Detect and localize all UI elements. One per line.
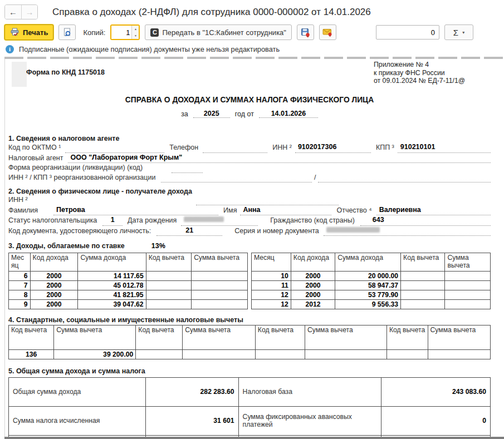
col-income-code: Код дохода bbox=[30, 253, 78, 271]
lastname-value: Петрова bbox=[53, 205, 218, 216]
col-deduction-code: Код вычета bbox=[136, 325, 183, 349]
forward-button[interactable]: → bbox=[21, 5, 37, 19]
col-deduction-code: Код вычета bbox=[146, 253, 192, 271]
kpp-value: 910210101 bbox=[398, 142, 491, 153]
reorg-kpp-field bbox=[318, 174, 491, 182]
print-button[interactable]: Печать bbox=[4, 24, 53, 40]
col-month: Месяц bbox=[9, 253, 31, 271]
col-deduction-sum: Сумма вычета bbox=[445, 253, 491, 271]
period-prefix: за bbox=[181, 110, 188, 118]
spin-up-button[interactable]: ▲ bbox=[132, 26, 139, 32]
empty-cell bbox=[192, 271, 248, 280]
birthdate-label: Дата рождения bbox=[128, 216, 177, 226]
redacted-birthdate bbox=[184, 216, 224, 222]
firstname-value: Анна bbox=[240, 205, 331, 216]
transfer-label: Передать в "1С:Кабинет сотрудника" bbox=[162, 28, 286, 37]
section2-doc-line: Код документа, удостоверяющего личность:… bbox=[8, 226, 491, 236]
transfer-button[interactable]: C Передать в "1С:Кабинет сотрудника" bbox=[145, 24, 292, 40]
tax-rate-value: 13% bbox=[151, 241, 165, 251]
print-form[interactable]: Форма по КНД 1175018 Приложение № 4 к пр… bbox=[4, 59, 504, 439]
empty-cell bbox=[192, 290, 248, 299]
code-cell: 2000 bbox=[291, 271, 335, 280]
reorg-inn-field bbox=[161, 174, 312, 182]
income-cell: 20 000.00 bbox=[335, 271, 401, 280]
date-value: 14.01.2026 bbox=[259, 110, 318, 118]
copies-spinner: ▲ ▼ bbox=[110, 24, 140, 40]
spin-down-button[interactable]: ▼ bbox=[132, 32, 139, 39]
code-cell: 2000 bbox=[30, 280, 78, 290]
section1-heading: 1. Сведения о налоговом агенте bbox=[8, 135, 491, 142]
section1-line3: Форма реорганизации (ликвидации) (код) bbox=[8, 163, 491, 173]
reorg-inn-label: ИНН ² / КПП ³ реорганизованной организац… bbox=[8, 173, 155, 183]
income-cell: 14 117.65 bbox=[78, 271, 146, 280]
appendix-line: Приложение № 4 bbox=[374, 61, 465, 69]
section2-inn-line: ИНН ² bbox=[8, 195, 491, 205]
doc-series-label: Серия и номер документа bbox=[234, 226, 319, 236]
reorg-label: Форма реорганизации (ликвидации) (код) bbox=[8, 163, 143, 173]
code-cell: 2000 bbox=[291, 280, 335, 290]
counter-input[interactable] bbox=[376, 25, 439, 40]
middlename-label: Отчество ⁴ bbox=[336, 206, 371, 216]
knd-label: Форма по КНД 1175018 bbox=[26, 68, 105, 76]
sigma-button[interactable]: Σ ▾ bbox=[444, 24, 473, 40]
col-deduction-sum: Сумма вычета bbox=[54, 325, 136, 349]
total-value: 282 283.60 bbox=[145, 377, 238, 406]
nav-group: ← → bbox=[4, 4, 38, 19]
col-deduction-sum: Сумма вычета bbox=[192, 253, 248, 271]
table-row: 12 2000 53 779.90 bbox=[252, 290, 491, 299]
table-row: Сумма налога исчисленная 31 601 Сумма фи… bbox=[9, 406, 491, 435]
month-cell: 12 bbox=[252, 290, 291, 299]
section2-status-line: Статус налогоплательщика 1 Дата рождения… bbox=[8, 215, 491, 226]
income-cell: 53 779.90 bbox=[335, 290, 401, 299]
income-cell: 39 047.62 bbox=[78, 299, 146, 309]
section1-line2: Налоговый агент ООО "Лаборатория Форт Кр… bbox=[8, 153, 491, 164]
send-signed-button[interactable] bbox=[319, 24, 336, 40]
section2-name-line: Фамилия Петрова Имя Анна Отчество ⁴ Вале… bbox=[8, 205, 491, 216]
back-button[interactable]: ← bbox=[5, 5, 21, 19]
code-cell: 2000 bbox=[30, 299, 78, 309]
preview-button[interactable] bbox=[58, 24, 76, 40]
appendix-note: Приложение № 4 к приказу ФНС России от 0… bbox=[374, 61, 465, 85]
empty-cell bbox=[146, 280, 192, 290]
total-label: Общая сумма дохода bbox=[9, 377, 146, 406]
table-row: 9 2000 39 047.62 bbox=[9, 299, 248, 309]
col-deduction-sum: Сумма вычета bbox=[305, 325, 386, 349]
firstname-label: Имя bbox=[223, 206, 237, 216]
reorg-code-field bbox=[172, 164, 203, 173]
copies-input[interactable] bbox=[111, 26, 131, 39]
income-table-left: Месяц Код дохода Сумма дохода Код вычета… bbox=[8, 253, 248, 309]
person-inn-field bbox=[196, 196, 339, 205]
section4-heading: 4. Стандартные, социальные и имущественн… bbox=[8, 316, 491, 324]
caret-down-icon: ▾ bbox=[462, 30, 464, 35]
form-title: СПРАВКА О ДОХОДАХ И СУММАХ НАЛОГА ФИЗИЧЕ… bbox=[8, 96, 491, 104]
col-deduction-code: Код вычета bbox=[386, 325, 428, 349]
code-cell: 2000 bbox=[30, 271, 78, 280]
status-label: Статус налогоплательщика bbox=[8, 216, 97, 226]
col-income-sum: Сумма дохода bbox=[78, 253, 146, 271]
income-table-right: Месяц Код дохода Сумма дохода Код вычета… bbox=[251, 253, 491, 309]
bottom-scroll-edge[interactable] bbox=[4, 437, 504, 439]
redacted-doc-number bbox=[326, 227, 380, 233]
table-header-row: Код вычета Сумма вычета Код вычета Сумма… bbox=[9, 325, 491, 349]
empty-cell bbox=[401, 299, 445, 309]
empty-cell bbox=[445, 290, 491, 299]
month-cell: 10 bbox=[252, 271, 291, 280]
doc-series-field bbox=[324, 226, 491, 236]
empty-cell bbox=[146, 299, 192, 309]
col-income-sum: Сумма дохода bbox=[335, 253, 401, 271]
empty-cell bbox=[428, 349, 491, 359]
table-row: 7 2000 45 012.78 bbox=[9, 280, 248, 290]
deduction-sum-cell: 39 200.00 bbox=[54, 349, 136, 359]
save-signed-button[interactable] bbox=[297, 24, 314, 40]
code-cell: 2012 bbox=[291, 299, 335, 309]
sigma-icon: Σ bbox=[453, 28, 458, 37]
table-header-row: Месяц Код дохода Сумма дохода Код вычета… bbox=[252, 253, 491, 271]
table-row: 8 2000 41 821.95 bbox=[9, 290, 248, 299]
empty-cell bbox=[192, 299, 248, 309]
empty-cell bbox=[445, 299, 491, 309]
section1-line4: ИНН ² / КПП ³ реорганизованной организац… bbox=[8, 173, 491, 183]
inn-value: 9102017306 bbox=[295, 142, 371, 153]
empty-cell bbox=[183, 349, 256, 359]
income-cell: 58 947.37 bbox=[335, 280, 401, 290]
income-cell: 45 012.78 bbox=[78, 280, 146, 290]
